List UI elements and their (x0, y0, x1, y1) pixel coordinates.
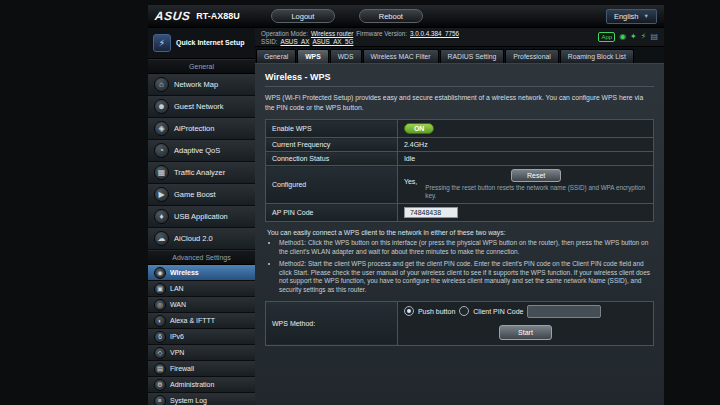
aicloud-icon: ☁ (154, 231, 169, 246)
content-panel: Wireless - WPS WPS (Wi-Fi Protected Setu… (255, 63, 664, 405)
system-log-icon: ≡ (154, 395, 166, 405)
usb-application-icon: ♦ (154, 209, 169, 224)
ssid-5-link[interactable]: ASUS_AX_5G (313, 38, 354, 45)
sidebar-item-guest-network[interactable]: ☻ Guest Network (148, 96, 255, 118)
sidebar-item-label: Traffic Analyzer (174, 168, 225, 177)
sidebar-item-label: Network Map (174, 80, 218, 89)
configured-value: Yes, (404, 169, 417, 185)
method1-text: Method1: Click the WPS button on this in… (279, 239, 652, 257)
table-row: Connection Status Idle (266, 152, 654, 166)
sidebar-item-lan[interactable]: ▣ LAN (148, 281, 255, 297)
start-button[interactable]: Start (499, 325, 552, 340)
ap-pin-code-cell: 74848438 (397, 204, 653, 222)
current-frequency-value: 2.4GHz (397, 138, 653, 152)
ssid-24-link[interactable]: ASUS_AX (280, 38, 309, 45)
sidebar-item-usb-application[interactable]: ♦ USB Application (148, 206, 255, 228)
tab-general[interactable]: General (256, 49, 296, 63)
table-row: Current Frequency 2.4GHz (266, 138, 654, 152)
router-admin-screen: ASUS RT-AX88U Logout Reboot English ▼ ⚡ … (0, 0, 720, 405)
info-lines: Operation Mode: Wireless router Firmware… (261, 30, 459, 45)
vpn-icon: ◇ (154, 347, 166, 359)
table-row: Configured Yes, Reset Pressing the reset… (266, 166, 654, 204)
sidebar-item-adaptive-qos[interactable]: ◔ Adaptive QoS (148, 140, 255, 162)
firmware-version-link[interactable]: 3.0.0.4.384_7756 (410, 30, 459, 37)
sidebar-item-traffic-analyzer[interactable]: ▦ Traffic Analyzer (148, 162, 255, 184)
language-label: English (614, 12, 639, 21)
sidebar-item-wireless[interactable]: ◉ Wireless (148, 265, 255, 281)
operation-mode-label: Operation Mode: (261, 30, 308, 37)
wps-method-cell: Push button Client PIN Code Start (397, 301, 653, 345)
tab-roaming-block-list[interactable]: Roaming Block List (560, 49, 634, 63)
reboot-button[interactable]: Reboot (359, 9, 423, 23)
table-row: Enable WPS ON (266, 120, 654, 138)
printer-status-icon[interactable]: ▤ (650, 32, 658, 42)
sidebar-item-aicloud[interactable]: ☁ AiCloud 2.0 (148, 228, 255, 250)
client-pin-input[interactable] (527, 305, 601, 318)
sidebar-section-general: General (148, 59, 255, 74)
configured-cell: Yes, Reset Pressing the reset button res… (397, 166, 653, 204)
sidebar-item-firewall[interactable]: ▤ Firewall (148, 361, 255, 377)
logout-button[interactable]: Logout (271, 9, 335, 23)
method2-text: Method2: Start the client WPS process an… (279, 260, 652, 295)
operation-mode-link[interactable]: Wireless router (311, 30, 353, 37)
app-link-icon[interactable]: App (598, 32, 615, 42)
tab-radius-setting[interactable]: RADIUS Setting (440, 49, 505, 63)
sidebar-item-system-log[interactable]: ≡ System Log (148, 393, 255, 405)
sidebar-item-quick-internet-setup[interactable]: ⚡ Quick Internet Setup (148, 28, 255, 59)
reset-note: Pressing the reset button resets the net… (425, 184, 647, 200)
enable-wps-cell: ON (397, 120, 653, 138)
info-bar: Operation Mode: Wireless router Firmware… (255, 28, 664, 47)
client-pin-label: Client PIN Code (473, 308, 523, 315)
push-button-radio[interactable] (404, 306, 414, 316)
sidebar-item-wan[interactable]: ◎ WAN (148, 297, 255, 313)
sidebar-item-administration[interactable]: ⚙ Administration (148, 377, 255, 393)
ssid-label: SSID: (261, 38, 277, 45)
sidebar-item-vpn[interactable]: ◇ VPN (148, 345, 255, 361)
sidebar-item-label: LAN (170, 285, 184, 292)
tab-professional[interactable]: Professional (505, 49, 558, 63)
tab-wireless-mac-filter[interactable]: Wireless MAC Filter (363, 49, 439, 63)
sidebar-item-label: VPN (170, 349, 184, 356)
main-column: Operation Mode: Wireless router Firmware… (255, 28, 664, 405)
guide-methods-list: Method1: Click the WPS button on this in… (267, 239, 652, 295)
asus-logo: ASUS (154, 9, 191, 23)
sidebar-item-game-boost[interactable]: ▶ Game Boost (148, 184, 255, 206)
traffic-analyzer-icon: ▦ (154, 165, 169, 180)
wps-guide: You can easily connect a WPS client to t… (267, 229, 652, 295)
wifi-status-icon[interactable]: ◉ (619, 32, 626, 42)
sidebar-item-label: USB Application (174, 212, 228, 221)
wps-settings-table: Enable WPS ON Current Frequency 2.4GHz C (265, 119, 654, 222)
usb-status-icon[interactable]: ⚡ (641, 32, 647, 42)
ssid-line: SSID: ASUS_AX ASUS_AX_5G (261, 38, 459, 45)
page-container: ASUS RT-AX88U Logout Reboot English ▼ ⚡ … (148, 5, 664, 405)
guest-network-icon: ☻ (154, 99, 169, 114)
table-row: WPS Method: Push button Client PIN Code (266, 301, 654, 345)
sidebar: ⚡ Quick Internet Setup General ⌂ Network… (148, 28, 255, 405)
sidebar-section-advanced-settings: Advanced Settings (148, 250, 255, 265)
sidebar-item-label: AiCloud 2.0 (174, 234, 213, 243)
language-select[interactable]: English ▼ (606, 9, 657, 24)
sidebar-item-label: IPv6 (170, 333, 184, 340)
table-row: AP PIN Code 74848438 (266, 204, 654, 222)
sidebar-item-alexa-ifttt[interactable]: ◐ Alexa & IFTTT (148, 313, 255, 329)
connection-status-value: Idle (397, 152, 653, 166)
body-columns: ⚡ Quick Internet Setup General ⌂ Network… (148, 28, 664, 405)
sidebar-item-aiprotection[interactable]: ◈ AiProtection (148, 118, 255, 140)
tab-wps[interactable]: WPS (297, 49, 328, 63)
push-button-label: Push button (418, 308, 455, 315)
network-map-icon: ⌂ (154, 77, 169, 92)
sidebar-item-ipv6[interactable]: 6 IPv6 (148, 329, 255, 345)
quick-internet-setup-label: Quick Internet Setup (176, 39, 244, 47)
operation-mode-line: Operation Mode: Wireless router Firmware… (261, 30, 459, 37)
wps-on-toggle[interactable]: ON (404, 123, 435, 134)
tab-wds[interactable]: WDS (330, 49, 362, 63)
top-bar: ASUS RT-AX88U Logout Reboot English ▼ (148, 5, 664, 28)
internet-status-icon[interactable]: ✦ (630, 32, 637, 42)
reset-button[interactable]: Reset (511, 169, 561, 182)
ap-pin-code-label: AP PIN Code (266, 204, 398, 222)
administration-icon: ⚙ (154, 379, 166, 391)
client-pin-radio[interactable] (459, 306, 469, 316)
quick-internet-setup-icon: ⚡ (153, 34, 171, 52)
ipv6-icon: 6 (154, 331, 166, 343)
sidebar-item-network-map[interactable]: ⌂ Network Map (148, 74, 255, 96)
